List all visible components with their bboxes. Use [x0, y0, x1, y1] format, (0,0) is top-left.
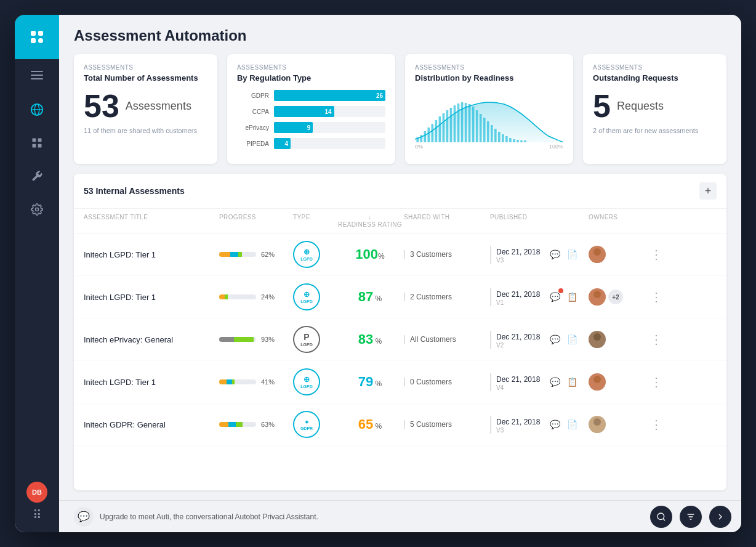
sidebar-item-wrench[interactable]: [15, 160, 59, 192]
chat-icon: 💬: [547, 375, 562, 389]
svg-point-56: [657, 513, 664, 520]
progress-cell: 93%: [219, 336, 293, 343]
owners-cell: [589, 331, 638, 348]
more-actions[interactable]: ⋮: [638, 417, 675, 432]
type-cell: ✦ GDPR: [293, 411, 336, 438]
svg-rect-38: [498, 132, 501, 142]
col-shared: Shared With: [404, 214, 490, 228]
svg-rect-37: [494, 129, 497, 142]
bar-gdpr: GDPR 26: [237, 90, 385, 101]
owner-avatar: [589, 416, 606, 433]
auti-icon: 💬: [74, 507, 94, 527]
progress-cell: 24%: [219, 293, 293, 301]
table-column-headers: Assessment Title Progress Type ↓ Readine…: [74, 209, 726, 233]
table-row: Initech ePrivacy: General 93% P LGPD: [74, 318, 726, 361]
svg-rect-16: [416, 137, 419, 142]
svg-rect-13: [33, 144, 36, 148]
svg-rect-1: [31, 31, 36, 36]
more-actions[interactable]: ⋮: [638, 247, 675, 262]
svg-rect-21: [435, 120, 438, 142]
bar-pipeda: PIPEDA 4: [237, 138, 385, 149]
owners-cell: +2: [589, 288, 638, 306]
sidebar-item-grid[interactable]: [15, 127, 59, 159]
user-avatar[interactable]: DB: [26, 482, 47, 503]
svg-point-55: [591, 427, 603, 433]
svg-rect-32: [476, 110, 478, 142]
svg-rect-7: [31, 78, 43, 79]
assessments-table: 53 Internal Assessments + Assessment Tit…: [74, 174, 726, 490]
progress-cell: 62%: [219, 251, 293, 258]
stat-label-regulation: Assessments: [237, 64, 385, 71]
more-actions[interactable]: ⋮: [638, 332, 675, 347]
more-actions[interactable]: ⋮: [638, 375, 675, 389]
row-title: Initech ePrivacy: General: [84, 335, 219, 344]
auti-message: Upgrade to meet Auti, the conversational…: [100, 513, 318, 521]
svg-rect-12: [38, 139, 42, 142]
menu-icon[interactable]: [15, 62, 59, 89]
type-cell: ⊕ LGPD: [293, 283, 336, 310]
svg-rect-22: [439, 116, 441, 142]
svg-rect-34: [483, 118, 486, 142]
svg-rect-35: [487, 121, 489, 142]
svg-point-52: [593, 376, 601, 383]
chat-icon: 💬: [547, 417, 562, 432]
col-title: Assessment Title: [84, 214, 219, 228]
svg-point-53: [591, 384, 603, 391]
sidebar-item-settings[interactable]: [15, 193, 59, 225]
svg-rect-14: [38, 144, 42, 148]
svg-rect-24: [446, 110, 449, 142]
col-actions: [638, 214, 675, 228]
table-header: 53 Internal Assessments +: [74, 174, 726, 209]
svg-point-54: [593, 418, 601, 426]
shared-cell: 0 Customers: [404, 378, 490, 386]
sidebar-item-globe[interactable]: [15, 94, 59, 126]
sidebar-logo[interactable]: [15, 15, 59, 59]
readiness-cell: 87 %: [336, 289, 404, 305]
col-readiness: ↓ Readiness Rating: [336, 214, 404, 228]
svg-point-50: [593, 333, 601, 341]
stat-card-total: Assessments Total Number of Assessments …: [74, 54, 217, 164]
more-actions[interactable]: ⋮: [638, 290, 675, 304]
chat-bubble[interactable]: 💬 Upgrade to meet Auti, the conversation…: [74, 507, 318, 527]
type-cell: ⊕ LGPD: [293, 368, 336, 395]
published-cell: Dec 21, 2018 V1 💬 📋: [490, 288, 589, 306]
svg-line-57: [663, 519, 665, 521]
doc-icon: 📋: [565, 290, 579, 304]
filter-button[interactable]: [680, 506, 702, 528]
owners-cell: [589, 373, 638, 391]
main-content: Assessment Automation Assessments Total …: [59, 15, 741, 532]
published-cell: Dec 21, 2018 V2 💬 📄: [490, 331, 589, 349]
row-title: Initech LGPD: Tier 1: [84, 250, 219, 259]
chat-icon: 💬: [547, 247, 562, 262]
stat-title-regulation: By Regulation Type: [237, 73, 385, 83]
svg-rect-44: [520, 140, 523, 142]
bottom-bar: 💬 Upgrade to meet Auti, the conversation…: [59, 500, 741, 532]
svg-rect-2: [38, 31, 43, 36]
doc-icon: 📄: [565, 332, 579, 347]
svg-rect-42: [513, 139, 515, 142]
svg-point-49: [591, 299, 603, 306]
stat-unit-total: Assessments: [126, 100, 191, 113]
owners-cell: [589, 246, 638, 263]
type-cell: P LGPD: [293, 326, 336, 353]
page-title: Assessment Automation: [74, 27, 726, 44]
stat-sub-total: 11 of them are shared with customers: [84, 127, 207, 134]
col-published: Published: [490, 214, 589, 228]
add-assessment-button[interactable]: +: [699, 182, 717, 200]
owner-avatar: [589, 373, 606, 391]
type-cell: ⊕ LGPD: [293, 241, 336, 268]
dots-menu-icon[interactable]: ⠿: [33, 508, 42, 522]
svg-rect-3: [31, 38, 36, 43]
navigate-button[interactable]: [709, 506, 731, 528]
svg-rect-20: [432, 124, 434, 142]
bottom-actions: [650, 506, 731, 528]
published-cell: Dec 21, 2018 V4 💬 📋: [490, 373, 589, 391]
svg-rect-29: [465, 103, 467, 142]
stat-card-outstanding: Assessments Outstanding Requests 5 Reque…: [583, 54, 726, 164]
svg-rect-30: [468, 104, 471, 142]
search-button[interactable]: [650, 506, 672, 528]
stat-label-total: Assessments: [84, 64, 207, 71]
readiness-cell: 65 %: [336, 416, 404, 432]
svg-rect-28: [461, 102, 464, 142]
readiness-cell: 79 %: [336, 374, 404, 390]
